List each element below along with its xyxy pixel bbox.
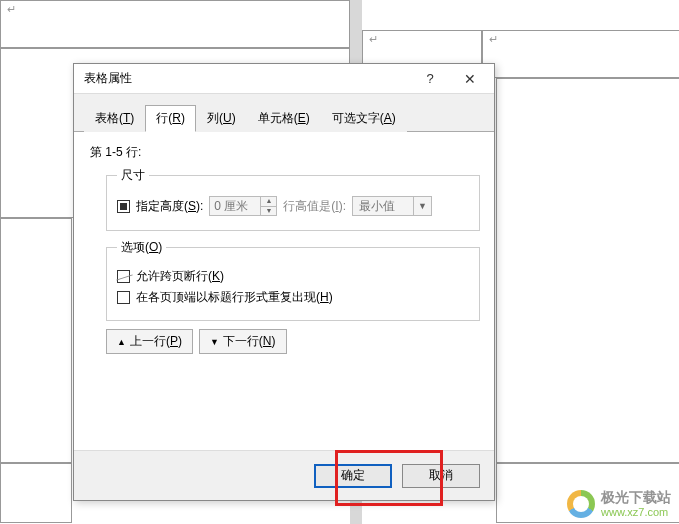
next-row-button[interactable]: ▼ 下一行(N)	[199, 329, 287, 354]
watermark-logo-icon	[567, 490, 595, 518]
watermark: 极光下载站 www.xz7.com	[567, 490, 671, 518]
paragraph-mark: ↵	[489, 33, 498, 46]
tab-cell[interactable]: 单元格(E)	[247, 105, 321, 132]
spin-up-icon[interactable]: ▲	[261, 197, 276, 207]
prev-row-button[interactable]: ▲ 上一行(P)	[106, 329, 193, 354]
dialog-footer: 确定 取消	[74, 450, 494, 500]
watermark-url: www.xz7.com	[601, 506, 671, 518]
row-height-mode-value: 最小值	[353, 198, 413, 215]
tab-table[interactable]: 表格(T)	[84, 105, 145, 132]
tab-alt-text[interactable]: 可选文字(A)	[321, 105, 407, 132]
specify-height-label: 指定高度(S):	[136, 198, 203, 215]
paragraph-mark: ↵	[7, 3, 16, 16]
tab-column[interactable]: 列(U)	[196, 105, 247, 132]
size-group: 尺寸 指定高度(S): ▲ ▼ 行高值是(I): 最小值	[106, 167, 480, 231]
dialog-tabs: 表格(T) 行(R) 列(U) 单元格(E) 可选文字(A)	[74, 94, 494, 132]
height-spinner[interactable]: ▲ ▼	[209, 196, 277, 216]
options-legend: 选项(O)	[117, 239, 166, 256]
help-button[interactable]: ?	[410, 65, 450, 93]
dialog-title: 表格属性	[84, 70, 410, 87]
row-range-label: 第 1-5 行:	[90, 144, 480, 161]
size-legend: 尺寸	[117, 167, 149, 184]
allow-break-label: 允许跨页断行(K)	[136, 268, 224, 285]
spin-down-icon[interactable]: ▼	[261, 207, 276, 216]
row-height-is-label: 行高值是(I):	[283, 198, 346, 215]
options-group: 选项(O) 允许跨页断行(K) 在各页顶端以标题行形式重复出现(H)	[106, 239, 480, 321]
watermark-name: 极光下载站	[601, 490, 671, 505]
triangle-down-icon: ▼	[210, 337, 219, 347]
dialog-titlebar[interactable]: 表格属性 ? ✕	[74, 64, 494, 94]
allow-break-checkbox[interactable]	[117, 270, 130, 283]
cancel-button[interactable]: 取消	[402, 464, 480, 488]
specify-height-checkbox[interactable]	[117, 200, 130, 213]
close-button[interactable]: ✕	[450, 65, 490, 93]
chevron-down-icon[interactable]: ▼	[413, 197, 431, 215]
tab-row[interactable]: 行(R)	[145, 105, 196, 132]
repeat-header-checkbox[interactable]	[117, 291, 130, 304]
triangle-up-icon: ▲	[117, 337, 126, 347]
repeat-header-label: 在各页顶端以标题行形式重复出现(H)	[136, 289, 333, 306]
row-height-mode-combo[interactable]: 最小值 ▼	[352, 196, 432, 216]
table-properties-dialog: 表格属性 ? ✕ 表格(T) 行(R) 列(U) 单元格(E) 可选文字(A) …	[73, 63, 495, 501]
paragraph-mark: ↵	[369, 33, 378, 46]
dialog-content: 第 1-5 行: 尺寸 指定高度(S): ▲ ▼ 行高值是(I):	[74, 132, 494, 462]
height-input[interactable]	[210, 197, 260, 215]
ok-button[interactable]: 确定	[314, 464, 392, 488]
